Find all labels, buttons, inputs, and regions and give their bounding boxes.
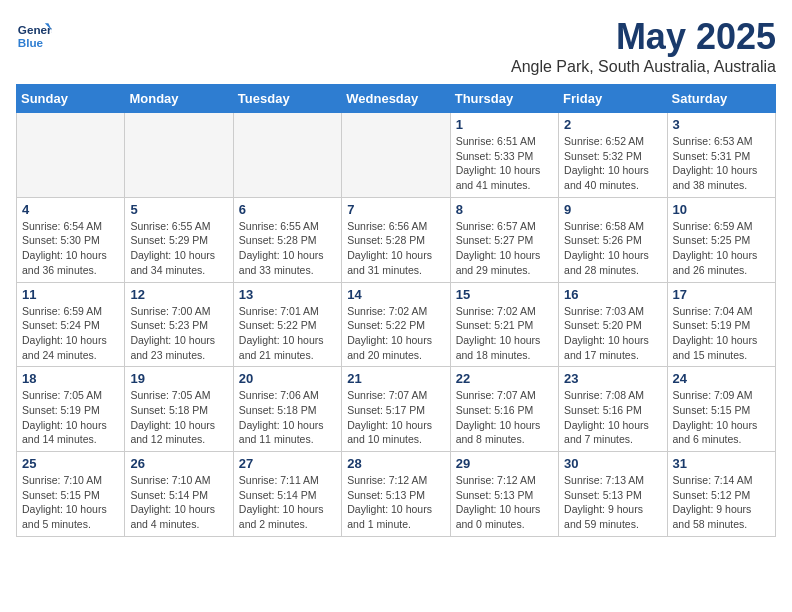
logo: General Blue: [16, 16, 52, 52]
day-number: 2: [564, 117, 661, 132]
calendar-cell: 19Sunrise: 7:05 AM Sunset: 5:18 PM Dayli…: [125, 367, 233, 452]
weekday-header-saturday: Saturday: [667, 85, 775, 113]
day-number: 4: [22, 202, 119, 217]
day-info: Sunrise: 6:54 AM Sunset: 5:30 PM Dayligh…: [22, 219, 119, 278]
day-number: 10: [673, 202, 770, 217]
calendar-cell: 21Sunrise: 7:07 AM Sunset: 5:17 PM Dayli…: [342, 367, 450, 452]
day-info: Sunrise: 6:56 AM Sunset: 5:28 PM Dayligh…: [347, 219, 444, 278]
day-info: Sunrise: 7:12 AM Sunset: 5:13 PM Dayligh…: [347, 473, 444, 532]
day-number: 21: [347, 371, 444, 386]
weekday-header-monday: Monday: [125, 85, 233, 113]
svg-text:Blue: Blue: [18, 36, 44, 49]
day-number: 11: [22, 287, 119, 302]
day-number: 6: [239, 202, 336, 217]
calendar-cell: 26Sunrise: 7:10 AM Sunset: 5:14 PM Dayli…: [125, 452, 233, 537]
day-info: Sunrise: 6:52 AM Sunset: 5:32 PM Dayligh…: [564, 134, 661, 193]
day-info: Sunrise: 7:02 AM Sunset: 5:22 PM Dayligh…: [347, 304, 444, 363]
day-info: Sunrise: 6:59 AM Sunset: 5:24 PM Dayligh…: [22, 304, 119, 363]
calendar-table: SundayMondayTuesdayWednesdayThursdayFrid…: [16, 84, 776, 537]
location-title: Angle Park, South Australia, Australia: [511, 58, 776, 76]
week-row-3: 11Sunrise: 6:59 AM Sunset: 5:24 PM Dayli…: [17, 282, 776, 367]
day-number: 31: [673, 456, 770, 471]
day-info: Sunrise: 7:13 AM Sunset: 5:13 PM Dayligh…: [564, 473, 661, 532]
day-info: Sunrise: 7:05 AM Sunset: 5:18 PM Dayligh…: [130, 388, 227, 447]
calendar-cell: 20Sunrise: 7:06 AM Sunset: 5:18 PM Dayli…: [233, 367, 341, 452]
calendar-cell: 14Sunrise: 7:02 AM Sunset: 5:22 PM Dayli…: [342, 282, 450, 367]
calendar-cell: 4Sunrise: 6:54 AM Sunset: 5:30 PM Daylig…: [17, 197, 125, 282]
day-info: Sunrise: 6:55 AM Sunset: 5:29 PM Dayligh…: [130, 219, 227, 278]
day-number: 16: [564, 287, 661, 302]
day-info: Sunrise: 7:10 AM Sunset: 5:15 PM Dayligh…: [22, 473, 119, 532]
day-info: Sunrise: 7:02 AM Sunset: 5:21 PM Dayligh…: [456, 304, 553, 363]
calendar-cell: 18Sunrise: 7:05 AM Sunset: 5:19 PM Dayli…: [17, 367, 125, 452]
calendar-cell: 2Sunrise: 6:52 AM Sunset: 5:32 PM Daylig…: [559, 113, 667, 198]
calendar-cell: [342, 113, 450, 198]
day-info: Sunrise: 6:57 AM Sunset: 5:27 PM Dayligh…: [456, 219, 553, 278]
weekday-header-wednesday: Wednesday: [342, 85, 450, 113]
weekday-header-tuesday: Tuesday: [233, 85, 341, 113]
week-row-2: 4Sunrise: 6:54 AM Sunset: 5:30 PM Daylig…: [17, 197, 776, 282]
day-info: Sunrise: 7:09 AM Sunset: 5:15 PM Dayligh…: [673, 388, 770, 447]
week-row-4: 18Sunrise: 7:05 AM Sunset: 5:19 PM Dayli…: [17, 367, 776, 452]
calendar-cell: 5Sunrise: 6:55 AM Sunset: 5:29 PM Daylig…: [125, 197, 233, 282]
calendar-cell: 13Sunrise: 7:01 AM Sunset: 5:22 PM Dayli…: [233, 282, 341, 367]
day-info: Sunrise: 7:06 AM Sunset: 5:18 PM Dayligh…: [239, 388, 336, 447]
calendar-cell: 8Sunrise: 6:57 AM Sunset: 5:27 PM Daylig…: [450, 197, 558, 282]
calendar-cell: [17, 113, 125, 198]
week-row-5: 25Sunrise: 7:10 AM Sunset: 5:15 PM Dayli…: [17, 452, 776, 537]
day-info: Sunrise: 6:51 AM Sunset: 5:33 PM Dayligh…: [456, 134, 553, 193]
day-number: 15: [456, 287, 553, 302]
weekday-header-row: SundayMondayTuesdayWednesdayThursdayFrid…: [17, 85, 776, 113]
calendar-cell: 27Sunrise: 7:11 AM Sunset: 5:14 PM Dayli…: [233, 452, 341, 537]
weekday-header-sunday: Sunday: [17, 85, 125, 113]
day-info: Sunrise: 7:05 AM Sunset: 5:19 PM Dayligh…: [22, 388, 119, 447]
calendar-cell: 6Sunrise: 6:55 AM Sunset: 5:28 PM Daylig…: [233, 197, 341, 282]
day-info: Sunrise: 7:12 AM Sunset: 5:13 PM Dayligh…: [456, 473, 553, 532]
logo-icon: General Blue: [16, 16, 52, 52]
day-number: 28: [347, 456, 444, 471]
day-number: 29: [456, 456, 553, 471]
day-number: 20: [239, 371, 336, 386]
week-row-1: 1Sunrise: 6:51 AM Sunset: 5:33 PM Daylig…: [17, 113, 776, 198]
calendar-cell: 1Sunrise: 6:51 AM Sunset: 5:33 PM Daylig…: [450, 113, 558, 198]
day-number: 8: [456, 202, 553, 217]
day-info: Sunrise: 7:04 AM Sunset: 5:19 PM Dayligh…: [673, 304, 770, 363]
day-info: Sunrise: 6:53 AM Sunset: 5:31 PM Dayligh…: [673, 134, 770, 193]
day-info: Sunrise: 7:07 AM Sunset: 5:16 PM Dayligh…: [456, 388, 553, 447]
calendar-cell: 16Sunrise: 7:03 AM Sunset: 5:20 PM Dayli…: [559, 282, 667, 367]
day-number: 19: [130, 371, 227, 386]
day-number: 30: [564, 456, 661, 471]
day-number: 1: [456, 117, 553, 132]
day-number: 7: [347, 202, 444, 217]
day-info: Sunrise: 7:08 AM Sunset: 5:16 PM Dayligh…: [564, 388, 661, 447]
day-number: 14: [347, 287, 444, 302]
day-number: 25: [22, 456, 119, 471]
day-number: 27: [239, 456, 336, 471]
calendar-cell: 25Sunrise: 7:10 AM Sunset: 5:15 PM Dayli…: [17, 452, 125, 537]
day-number: 9: [564, 202, 661, 217]
day-number: 12: [130, 287, 227, 302]
day-number: 3: [673, 117, 770, 132]
calendar-cell: 23Sunrise: 7:08 AM Sunset: 5:16 PM Dayli…: [559, 367, 667, 452]
day-info: Sunrise: 7:01 AM Sunset: 5:22 PM Dayligh…: [239, 304, 336, 363]
calendar-cell: 7Sunrise: 6:56 AM Sunset: 5:28 PM Daylig…: [342, 197, 450, 282]
day-number: 26: [130, 456, 227, 471]
calendar-cell: 15Sunrise: 7:02 AM Sunset: 5:21 PM Dayli…: [450, 282, 558, 367]
day-info: Sunrise: 7:03 AM Sunset: 5:20 PM Dayligh…: [564, 304, 661, 363]
title-block: May 2025 Angle Park, South Australia, Au…: [511, 16, 776, 76]
day-info: Sunrise: 7:00 AM Sunset: 5:23 PM Dayligh…: [130, 304, 227, 363]
calendar-cell: 9Sunrise: 6:58 AM Sunset: 5:26 PM Daylig…: [559, 197, 667, 282]
calendar-cell: 12Sunrise: 7:00 AM Sunset: 5:23 PM Dayli…: [125, 282, 233, 367]
calendar-cell: 3Sunrise: 6:53 AM Sunset: 5:31 PM Daylig…: [667, 113, 775, 198]
calendar-cell: 10Sunrise: 6:59 AM Sunset: 5:25 PM Dayli…: [667, 197, 775, 282]
day-info: Sunrise: 7:10 AM Sunset: 5:14 PM Dayligh…: [130, 473, 227, 532]
calendar-cell: [233, 113, 341, 198]
day-info: Sunrise: 7:11 AM Sunset: 5:14 PM Dayligh…: [239, 473, 336, 532]
weekday-header-friday: Friday: [559, 85, 667, 113]
day-number: 5: [130, 202, 227, 217]
calendar-cell: 22Sunrise: 7:07 AM Sunset: 5:16 PM Dayli…: [450, 367, 558, 452]
day-number: 24: [673, 371, 770, 386]
weekday-header-thursday: Thursday: [450, 85, 558, 113]
day-info: Sunrise: 6:59 AM Sunset: 5:25 PM Dayligh…: [673, 219, 770, 278]
day-info: Sunrise: 7:07 AM Sunset: 5:17 PM Dayligh…: [347, 388, 444, 447]
